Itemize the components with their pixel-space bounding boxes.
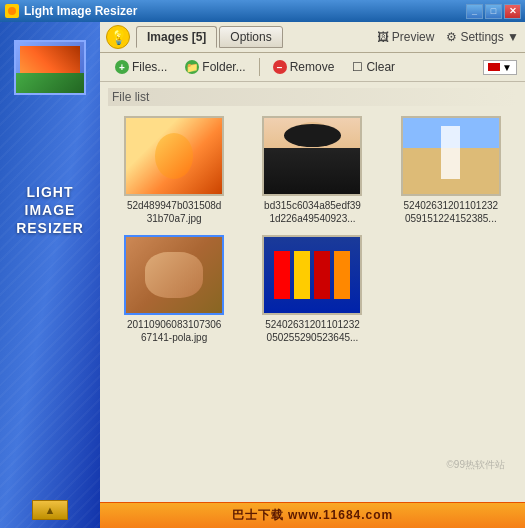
bottom-badge: 巴士下载 www.11684.com xyxy=(100,502,525,528)
list-item[interactable]: 2011090608310730667141-pola.jpg xyxy=(112,235,236,344)
file-grid: 52d489947b031508d31b70a7.jpg bd315c6034a… xyxy=(108,112,517,348)
sidebar-logo xyxy=(14,40,86,103)
file-thumbnail xyxy=(262,235,362,315)
folder-icon: 📁 xyxy=(185,60,199,74)
list-item[interactable]: bd315c6034a85edf391d226a49540923... xyxy=(250,116,374,225)
file-name: bd315c6034a85edf391d226a49540923... xyxy=(262,199,362,225)
folder-button[interactable]: 📁 Folder... xyxy=(178,57,252,77)
list-item[interactable]: 52402631201101232059151224152385... xyxy=(389,116,513,225)
brand-logo-icon: 💡 xyxy=(106,25,130,49)
title-bar: Light Image Resizer _ □ ✕ xyxy=(0,0,525,22)
minimize-button[interactable]: _ xyxy=(466,4,483,19)
clear-button[interactable]: ☐ Clear xyxy=(345,57,402,77)
menu-bar: 💡 Images [5] Options 🖼 Preview ⚙ Setting… xyxy=(100,22,525,53)
file-thumbnail xyxy=(401,116,501,196)
menu-right: 🖼 Preview ⚙ Settings ▼ xyxy=(377,30,519,44)
file-name: 52402631201101232050255290523645... xyxy=(262,318,362,344)
content-wrapper: File list 52d489947b031508d31b70a7.jpg xyxy=(100,82,525,502)
file-name: 52402631201101232059151224152385... xyxy=(401,199,501,225)
remove-button[interactable]: − Remove xyxy=(266,57,342,77)
sidebar: LIGHT IMAGE RESIZER ▲ xyxy=(0,22,100,528)
title-bar-text: Light Image Resizer xyxy=(24,4,466,18)
window-controls: _ □ ✕ xyxy=(466,4,521,19)
sidebar-arrow[interactable]: ▲ xyxy=(32,500,68,520)
file-name: 52d489947b031508d31b70a7.jpg xyxy=(124,199,224,225)
svg-point-1 xyxy=(8,7,16,15)
files-icon: + xyxy=(115,60,129,74)
file-thumbnail xyxy=(124,235,224,315)
list-item[interactable]: 52402631201101232050255290523645... xyxy=(250,235,374,344)
settings-button[interactable]: ⚙ Settings ▼ xyxy=(446,30,519,44)
app-icon xyxy=(4,3,20,19)
sidebar-thumbnail xyxy=(14,40,86,95)
tab-options[interactable]: Options xyxy=(219,26,282,48)
flag-selector[interactable]: ▼ xyxy=(483,60,517,75)
list-item[interactable]: 52d489947b031508d31b70a7.jpg xyxy=(112,116,236,225)
file-name: 2011090608310730667141-pola.jpg xyxy=(124,318,224,344)
tab-images[interactable]: Images [5] xyxy=(136,26,217,48)
maximize-button[interactable]: □ xyxy=(485,4,502,19)
arrow-button[interactable]: ▲ xyxy=(32,500,68,520)
file-list-area: File list 52d489947b031508d31b70a7.jpg xyxy=(100,82,525,502)
settings-icon: ⚙ xyxy=(446,30,457,44)
file-list-header: File list xyxy=(108,88,517,106)
dropdown-icon: ▼ xyxy=(502,62,512,73)
content-area: 💡 Images [5] Options 🖼 Preview ⚙ Setting… xyxy=(100,22,525,528)
close-button[interactable]: ✕ xyxy=(504,4,521,19)
clear-icon: ☐ xyxy=(352,60,363,74)
file-thumbnail xyxy=(124,116,224,196)
remove-icon: − xyxy=(273,60,287,74)
file-thumbnail xyxy=(262,116,362,196)
files-button[interactable]: + Files... xyxy=(108,57,174,77)
preview-icon: 🖼 xyxy=(377,30,389,44)
toolbar: + Files... 📁 Folder... − Remove ☐ Clear … xyxy=(100,53,525,82)
preview-button[interactable]: 🖼 Preview xyxy=(377,30,435,44)
toolbar-separator xyxy=(259,58,260,76)
badge-text: 巴士下载 www.11684.com xyxy=(232,507,394,524)
